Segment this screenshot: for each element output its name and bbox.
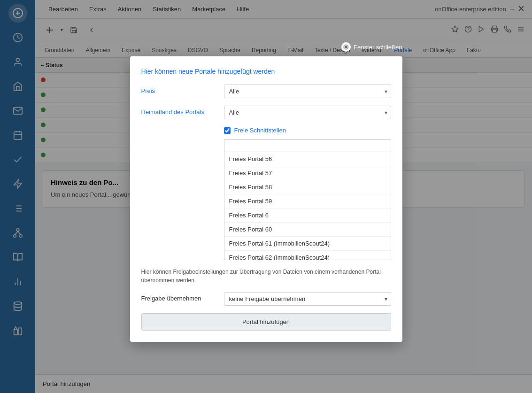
- portal-list-item[interactable]: Freies Portal 62 (ImmobilienScout24): [224, 251, 391, 260]
- freigabe-select-wrapper: keine Freigabe übernehmen: [224, 292, 391, 306]
- portal-list-item[interactable]: Freies Portal 59: [224, 194, 391, 208]
- checkbox-row: Freie Schnittstellen: [224, 127, 391, 134]
- close-circle-icon: [341, 42, 351, 52]
- portal-list-item[interactable]: Freies Portal 57: [224, 166, 391, 180]
- portal-list-wrapper: Freies Portal 56Freies Portal 57Freies P…: [224, 139, 391, 260]
- modal: Fenster schließen Hier können neue Porta…: [130, 56, 402, 342]
- portal-list-item[interactable]: Freies Portal 60: [224, 223, 391, 237]
- heimatland-select[interactable]: Alle Deutschland Österreich: [224, 106, 391, 119]
- freigabe-label: Freigabe übernehmen: [141, 292, 216, 302]
- heimatland-select-wrapper: Alle Deutschland Österreich: [224, 106, 391, 119]
- modal-title: Hier können neue Portale hinzugefügt wer…: [141, 68, 391, 75]
- freigabe-info-text: Hier können Freigabeeinstellungen zur Üb…: [141, 268, 391, 285]
- portal-hinzufuegen-button[interactable]: Portal hinzufügen: [141, 313, 391, 331]
- preis-label: Preis: [141, 85, 216, 94]
- modal-overlay: Fenster schließen Hier können neue Porta…: [0, 0, 532, 393]
- freie-schnittstellen-checkbox[interactable]: [224, 127, 231, 134]
- heimatland-row: Heimatland des Portals Alle Deutschland …: [141, 106, 391, 119]
- portal-list-item[interactable]: Freies Portal 56: [224, 152, 391, 166]
- portal-list[interactable]: Freies Portal 56Freies Portal 57Freies P…: [224, 152, 391, 260]
- portal-search-input[interactable]: [224, 139, 391, 152]
- freigabe-select[interactable]: keine Freigabe übernehmen: [224, 292, 391, 306]
- portal-list-item[interactable]: Freies Portal 61 (ImmobilienScout24): [224, 237, 391, 251]
- preis-select-wrapper: Alle Kostenlos Kostenpflichtig: [224, 85, 391, 98]
- preis-row: Preis Alle Kostenlos Kostenpflichtig: [141, 85, 391, 98]
- modal-close-bar[interactable]: Fenster schließen: [341, 42, 402, 52]
- freigabe-row: Freigabe übernehmen keine Freigabe übern…: [141, 292, 391, 306]
- preis-select[interactable]: Alle Kostenlos Kostenpflichtig: [224, 85, 391, 98]
- freie-schnittstellen-label[interactable]: Freie Schnittstellen: [234, 127, 286, 134]
- portal-list-item[interactable]: Freies Portal 58: [224, 180, 391, 194]
- heimatland-label: Heimatland des Portals: [141, 106, 216, 116]
- close-label[interactable]: Fenster schließen: [354, 44, 402, 51]
- portal-list-item[interactable]: Freies Portal 6: [224, 208, 391, 223]
